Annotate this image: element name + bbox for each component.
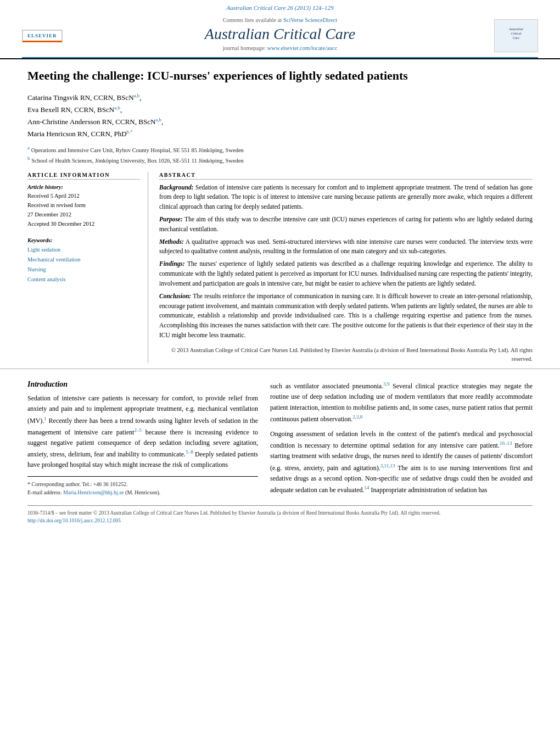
- abstract-findings-label: Findings:: [159, 260, 185, 267]
- journal-ref-line: Australian Critical Care 26 (2013) 124–1…: [22, 4, 538, 11]
- abstract-methods-label: Methods:: [159, 238, 184, 245]
- keywords-label: Keywords:: [27, 236, 140, 246]
- abstract-findings-text: The nurses' experience of lightly sedate…: [159, 260, 533, 287]
- journal-title: Australian Critical Care: [88, 25, 472, 43]
- abstract-header: ABSTRACT: [159, 172, 533, 180]
- keyword-2: Nursing: [27, 265, 140, 275]
- footnote-email: E-mail address: Maria.Henricson@hhj.hj.s…: [27, 488, 258, 496]
- authors-list: Catarina Tingsvik RN, CCRN, BScNa,b, Eva…: [27, 92, 533, 141]
- article-info-header: ARTICLE INFORMATION: [27, 172, 140, 180]
- introduction-title: Introduction: [27, 380, 258, 389]
- abstract-conclusion: Conclusion: The results reinforce the im…: [159, 292, 533, 341]
- abstract-purpose-label: Purpose:: [159, 216, 183, 222]
- copyright-line: © 2013 Australian College of Critical Ca…: [159, 346, 533, 364]
- elsevier-logo-area: ELSEVIER: [22, 30, 88, 42]
- elsevier-logo-text: ELSEVIER: [27, 33, 57, 38]
- journal-header: Australian Critical Care 26 (2013) 124–1…: [0, 0, 560, 59]
- article-info-col: ARTICLE INFORMATION Article history: Rec…: [27, 172, 148, 364]
- abstract-findings: Findings: The nurses' experience of ligh…: [159, 259, 533, 288]
- footnote-area: * Corresponding author. Tel.: +46 36 101…: [27, 476, 258, 496]
- col-right: such as ventilator associated pneumonia.…: [270, 380, 533, 500]
- abstract-conclusion-text: The results reinforce the importance of …: [159, 293, 533, 338]
- author-2-sup: a,b: [114, 105, 120, 110]
- journal-banner: ELSEVIER Contents lists available at Sci…: [22, 14, 538, 57]
- keyword-0: Light sedation: [27, 245, 140, 255]
- author-4: Maria Henricson RN, CCRN, PhDb,*: [27, 130, 133, 138]
- body-content: Introduction Sedation of intensive care …: [0, 369, 560, 505]
- keyword-1: Mechanical ventilation: [27, 255, 140, 265]
- abstract-methods-text: A qualitative approach was used. Semi-st…: [159, 238, 533, 255]
- abstract-purpose: Purpose: The aim of this study was to de…: [159, 215, 533, 235]
- abstract-text: Background: Sedation of intensive care p…: [159, 183, 533, 341]
- author-3-sup: a,b: [155, 117, 161, 122]
- author-2: Eva Bexell RN, CCRN, BScNa,b,: [27, 105, 122, 114]
- history-item-2: 27 December 2012: [27, 210, 140, 220]
- keyword-3: Content analysis: [27, 275, 140, 284]
- article-info-abstract: ARTICLE INFORMATION Article history: Rec…: [27, 172, 533, 364]
- author-1-sup: a,b: [134, 93, 140, 98]
- author-1: Catarina Tingsvik RN, CCRN, BScNa,b,: [27, 93, 142, 102]
- article-content: Meeting the challenge: ICU-nurses' exper…: [0, 59, 560, 369]
- intro-para-right-2: Ongoing assessment of sedation levels in…: [270, 429, 533, 495]
- abstract-purpose-text: The aim of this study was to describe in…: [159, 216, 533, 232]
- affil-1: a Operations and Intensive Care Unit, Ry…: [27, 144, 533, 154]
- keywords-section: Keywords: Light sedation Mechanical vent…: [27, 236, 140, 284]
- affil-2: b School of Health Sciences, Jönköping U…: [27, 155, 533, 165]
- header-divider: [22, 57, 538, 58]
- contents-line: Contents lists available at SciVerse Sci…: [88, 17, 472, 23]
- col-left: Introduction Sedation of intensive care …: [27, 380, 258, 500]
- page-footer: 1036-7314/$ – see front matter © 2013 Au…: [27, 505, 533, 528]
- two-col-layout: Introduction Sedation of intensive care …: [27, 380, 533, 500]
- footnote-email-link[interactable]: Maria.Henricson@hhj.hj.se: [63, 489, 124, 495]
- author-3: Ann-Christine Andersson RN, CCRN, BScNa,…: [27, 118, 163, 126]
- article-title: Meeting the challenge: ICU-nurses' exper…: [27, 68, 533, 84]
- history-label: Article history:: [27, 183, 140, 192]
- intro-para-right-1: such as ventilator associated pneumonia.…: [270, 380, 533, 425]
- history-item-1: Received in revised form: [27, 201, 140, 210]
- intro-para-1: Sedation of intensive care patients is n…: [27, 393, 258, 470]
- sciverse-link[interactable]: SciVerse ScienceDirect: [283, 17, 337, 23]
- homepage-link[interactable]: www.elsevier.com/locate/aucc: [267, 45, 338, 51]
- abstract-background-label: Background:: [159, 184, 194, 191]
- abstract-methods: Methods: A qualitative approach was used…: [159, 237, 533, 257]
- abstract-background: Background: Sedation of intensive care p…: [159, 183, 533, 212]
- journal-logo-img: AustralianCriticalCare: [494, 19, 538, 52]
- history-item-0: Received 5 April 2012: [27, 192, 140, 201]
- journal-center: Contents lists available at SciVerse Sci…: [88, 17, 472, 54]
- abstract-conclusion-label: Conclusion:: [159, 293, 191, 299]
- footer-issn: 1036-7314/$ – see front matter © 2013 Au…: [27, 509, 533, 517]
- author-4-sup: b,*: [127, 129, 133, 135]
- page: Australian Critical Care 26 (2013) 124–1…: [0, 0, 560, 528]
- history-item-3: Accepted 30 December 2012: [27, 220, 140, 229]
- affiliations: a Operations and Intensive Care Unit, Ry…: [27, 144, 533, 165]
- footer-doi-link[interactable]: http://dx.doi.org/10.1016/j.aucc.2012.12…: [27, 518, 121, 523]
- article-history: Article history: Received 5 April 2012 R…: [27, 183, 140, 229]
- footnote-star: * Corresponding author. Tel.: +46 36 101…: [27, 480, 258, 488]
- homepage-line: journal homepage: www.elsevier.com/locat…: [88, 45, 472, 51]
- abstract-background-text: Sedation of intensive care patients is n…: [159, 184, 533, 210]
- journal-logo-right: AustralianCriticalCare: [472, 19, 538, 52]
- abstract-col: ABSTRACT Background: Sedation of intensi…: [159, 172, 533, 364]
